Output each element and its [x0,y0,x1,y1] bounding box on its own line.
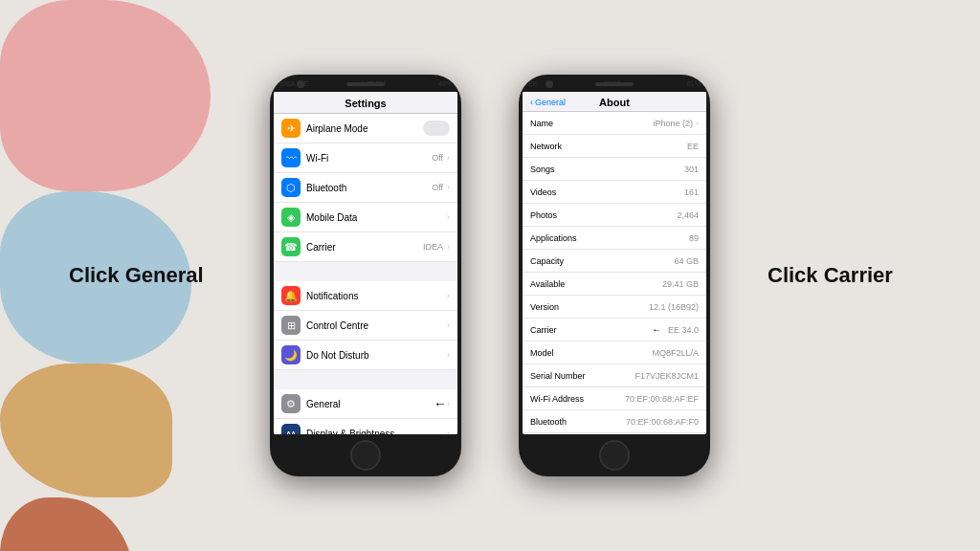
about-row-label-6: Capacity [530,256,674,266]
about-row-value-4: 2,464 [677,210,699,220]
phone-right: EE 17:12 61% ‹ General About NameiPhone … [519,75,710,476]
click-general-label: Click General [69,263,212,288]
about-row-value-1: EE [687,142,699,151]
about-row-label-10: Model [530,348,652,358]
about-row-8: Version12.1 (16B92) [523,296,706,319]
phone-left: IDEA LTE 7:05 PM 48% Settings ✈ Airplane… [270,75,461,476]
general-chevron: › [447,399,450,408]
about-header: ‹ General About [523,92,706,112]
main-container: Click General IDEA LTE 7:05 PM 48% Setti… [0,0,980,551]
about-row-value-10: MQ8F2LL/A [652,348,699,358]
about-row-3: Videos161 [523,181,706,204]
about-row-value-5: 89 [689,233,699,243]
screen-right: ‹ General About NameiPhone (2)›NetworkEE… [523,92,706,434]
about-row-label-12: Wi-Fi Address [530,394,625,404]
about-rows: NameiPhone (2)›NetworkEESongs301Videos16… [523,112,706,433]
row-chevron-0: › [696,119,699,128]
row-display-brightness[interactable]: AA Display & Brightness › [274,419,457,434]
status-carrier-right: EE [528,80,537,87]
separator-2 [274,370,457,389]
general-arrow: ← [434,396,447,411]
airplane-label: Airplane Mode [306,123,423,134]
about-row-label-7: Available [530,279,662,289]
row-general[interactable]: ⚙ General ← › [274,389,457,419]
wifi-icon: 〰 [281,148,301,167]
carrier-arrow-annotation: ← [652,324,661,335]
row-bluetooth[interactable]: ⬡ Bluetooth Off › [274,173,457,203]
mobile-data-icon: ◈ [281,208,301,227]
about-row-6: Capacity64 GB [523,250,706,273]
about-row-label-1: Network [530,142,687,151]
row-wifi[interactable]: 〰 Wi-Fi Off › [274,143,457,173]
dnd-label: Do Not Disturb [306,350,447,361]
row-do-not-disturb[interactable]: 🌙 Do Not Disturb › [274,341,457,370]
control-centre-icon: ⊞ [281,316,301,335]
carrier-chevron: › [447,242,450,252]
airplane-toggle[interactable] [423,121,450,136]
about-row-0: NameiPhone (2)› [523,112,706,135]
row-control-centre[interactable]: ⊞ Control Centre › [274,311,457,341]
back-label: General [535,98,566,107]
bluetooth-label: Bluetooth [306,183,432,193]
about-row-label-8: Version [530,302,649,312]
status-battery-right: 61% [687,80,701,87]
airplane-icon: ✈ [281,119,301,138]
about-row-value-6: 64 GB [674,256,699,266]
mobile-data-label: Mobile Data [306,212,447,223]
about-row-5: Applications89 [523,227,706,250]
about-title: About [599,97,630,108]
row-notifications[interactable]: 🔔 Notifications › [274,281,457,311]
carrier-value: IDEA [423,242,443,252]
status-battery-left: 48% [438,80,452,87]
about-row-11: Serial NumberF17VJEK8JCM1 [523,364,706,387]
about-row-value-8: 12.1 (16B92) [649,302,699,312]
phone-camera-left [297,80,304,88]
wifi-value: Off [432,153,443,163]
phone-speaker-right [595,82,634,86]
about-row-value-13: 70:EF:00:68:AF:F0 [626,417,699,427]
bluetooth-icon: ⬡ [281,178,301,197]
about-row-label-0: Name [530,119,653,128]
home-button-left[interactable] [350,440,381,471]
row-mobile-data[interactable]: ◈ Mobile Data › [274,203,457,232]
about-row-value-12: 70:EF:00:68:AF:EF [625,394,699,404]
screen-left: Settings ✈ Airplane Mode 〰 Wi-Fi Off › ⬡… [274,92,457,434]
about-row-label-11: Serial Number [530,371,635,381]
home-button-right[interactable] [599,440,630,471]
about-row-label-3: Videos [530,187,684,197]
about-row-value-0: iPhone (2) [653,119,693,128]
phone-camera-right [546,80,553,88]
about-row-value-2: 301 [684,165,699,174]
about-row-value-11: F17VJEK8JCM1 [635,371,699,381]
bluetooth-value: Off [432,183,443,192]
settings-group-1: ✈ Airplane Mode 〰 Wi-Fi Off › ⬡ Bluetoot… [274,114,457,262]
phone-speaker-left [346,82,385,86]
display-icon: AA [281,424,301,434]
dnd-icon: 🌙 [281,345,301,364]
about-row-label-5: Applications [530,233,689,243]
settings-group-3: ⚙ General ← › AA Display & Brightness › … [274,389,457,434]
mobile-data-chevron: › [447,212,450,222]
general-label: General [306,399,430,409]
notifications-icon: 🔔 [281,286,301,305]
about-row-12: Wi-Fi Address70:EF:00:68:AF:EF [523,387,706,410]
about-row-value-9: EE 34.0 [668,325,699,335]
general-icon: ⚙ [281,394,301,413]
carrier-label: Carrier [306,242,423,253]
control-centre-chevron: › [447,320,450,330]
settings-group-2: 🔔 Notifications › ⊞ Control Centre › 🌙 D… [274,281,457,370]
about-row-2: Songs301 [523,158,706,181]
about-row-4: Photos2,464 [523,204,706,227]
dnd-chevron: › [447,350,450,360]
row-airplane-mode[interactable]: ✈ Airplane Mode [274,114,457,143]
about-row-label-2: Songs [530,165,684,174]
control-centre-label: Control Centre [306,320,447,331]
back-button[interactable]: ‹ General [530,98,566,107]
about-row-value-3: 161 [684,187,699,197]
bluetooth-chevron: › [447,183,450,192]
row-carrier[interactable]: ☎ Carrier IDEA › [274,232,457,262]
settings-header: Settings [274,92,457,114]
phone-home-area-right [519,434,710,476]
notifications-label: Notifications [306,291,447,301]
back-chevron: ‹ [530,98,533,107]
